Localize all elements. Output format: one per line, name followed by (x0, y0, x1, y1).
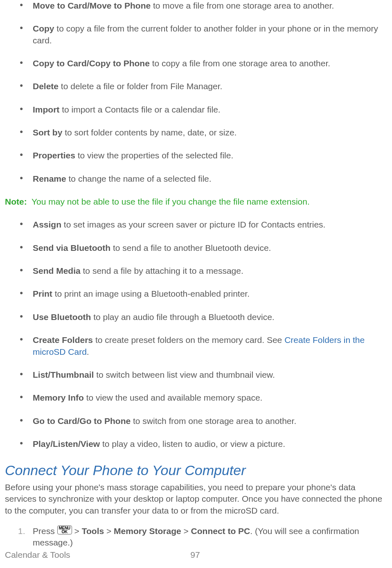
item-text: to send a file by attaching it to a mess… (81, 266, 243, 275)
item-text: to change the name of a selected file. (66, 174, 212, 183)
list-item: Properties to view the properties of the… (5, 150, 385, 161)
item-bold: Copy (33, 24, 54, 33)
step-number: 1. (18, 525, 25, 537)
item-text: to play a video, listen to audio, or vie… (100, 439, 285, 449)
list-item: Copy to copy a file from the current fol… (5, 23, 385, 46)
page-number: 97 (190, 549, 200, 561)
list-item: Memory Info to view the used and availab… (5, 392, 385, 403)
note-line: Note: You may not be able to use the fil… (5, 196, 385, 207)
item-bold: Sort by (33, 128, 62, 137)
item-text: to switch between list view and thumbnai… (94, 370, 275, 379)
bullet-list-1: Move to Card/Move to Phone to move a fil… (5, 0, 385, 185)
list-item: Go to Card/Go to Phone to switch from on… (5, 415, 385, 427)
item-text: to view the properties of the selected f… (75, 151, 233, 160)
item-bold: Delete (33, 81, 59, 91)
item-text: to play an audio file through a Bluetoot… (91, 312, 274, 322)
step-text: > (72, 526, 82, 536)
step-text: > (181, 526, 191, 536)
item-bold: Memory Info (33, 393, 84, 402)
item-text: to view the used and available memory sp… (84, 393, 263, 402)
step-bold: Connect to PC (191, 526, 250, 536)
list-item: Send Media to send a file by attaching i… (5, 265, 385, 277)
list-item: Import to import a Contacts file or a ca… (5, 104, 385, 115)
bullet-list-2: Assign to set images as your screen save… (5, 219, 385, 450)
step-bold: Tools (82, 526, 104, 536)
list-item: Play/Listen/View to play a video, listen… (5, 438, 385, 450)
item-bold: Use Bluetooth (33, 312, 91, 322)
item-text: to print an image using a Bluetooth-enab… (52, 289, 250, 298)
item-text: to create preset folders on the memory c… (93, 335, 284, 345)
item-bold: Rename (33, 174, 66, 183)
step-text: > (104, 526, 114, 536)
list-item: Create Folders to create preset folders … (5, 334, 385, 358)
list-item: Delete to delete a file or folder from F… (5, 81, 385, 92)
item-bold: Go to Card/Go to Phone (33, 416, 131, 426)
list-item: Rename to change the name of a selected … (5, 173, 385, 185)
step-item: 1. Press MENUOK > Tools > Memory Storage… (5, 525, 385, 549)
list-item: Move to Card/Move to Phone to move a fil… (5, 0, 385, 11)
page-footer: Calendar & Tools 97 (5, 549, 385, 561)
note-label: Note: (5, 197, 27, 206)
step-bold: Memory Storage (114, 526, 181, 536)
menu-ok-key-icon: MENUOK (57, 525, 72, 534)
item-text: . (87, 347, 89, 356)
list-item: Send via Bluetooth to send a file to ano… (5, 242, 385, 254)
item-bold: Move to Card/Move to Phone (33, 1, 151, 10)
item-text: to switch from one storage area to anoth… (131, 416, 296, 426)
footer-section: Calendar & Tools (5, 550, 70, 559)
item-bold: Send Media (33, 266, 81, 275)
list-item: Copy to Card/Copy to Phone to copy a fil… (5, 58, 385, 69)
item-bold: Create Folders (33, 335, 93, 345)
item-bold: Print (33, 289, 52, 298)
list-item: Use Bluetooth to play an audio file thro… (5, 311, 385, 323)
item-bold: List/Thumbnail (33, 370, 94, 379)
item-text: to sort folder contents by name, date, o… (62, 128, 237, 137)
item-text: to copy a file from the current folder t… (33, 24, 378, 45)
list-item: Sort by to sort folder contents by name,… (5, 127, 385, 138)
list-item: List/Thumbnail to switch between list vi… (5, 369, 385, 381)
note-text: You may not be able to use the file if y… (32, 197, 310, 206)
step-text: Press (33, 526, 57, 536)
item-text: to set images as your screen saver or pi… (61, 220, 325, 229)
item-text: to send a file to another Bluetooth devi… (110, 243, 271, 252)
list-item: Assign to set images as your screen save… (5, 219, 385, 230)
item-bold: Import (33, 105, 59, 114)
item-text: to import a Contacts file or a calendar … (59, 105, 220, 114)
item-bold: Copy to Card/Copy to Phone (33, 59, 150, 68)
section-heading: Connect Your Phone to Your Computer (5, 461, 385, 480)
item-text: to delete a file or folder from File Man… (59, 81, 222, 91)
item-text: to copy a file from one storage area to … (150, 59, 330, 68)
item-bold: Play/Listen/View (33, 439, 100, 449)
item-bold: Send via Bluetooth (33, 243, 110, 252)
item-bold: Assign (33, 220, 61, 229)
list-item: Print to print an image using a Bluetoot… (5, 288, 385, 300)
steps-list: 1. Press MENUOK > Tools > Memory Storage… (5, 525, 385, 549)
item-bold: Properties (33, 151, 75, 160)
section-intro: Before using your phone's mass storage c… (5, 482, 385, 516)
item-text: to move a file from one storage area to … (151, 1, 334, 10)
